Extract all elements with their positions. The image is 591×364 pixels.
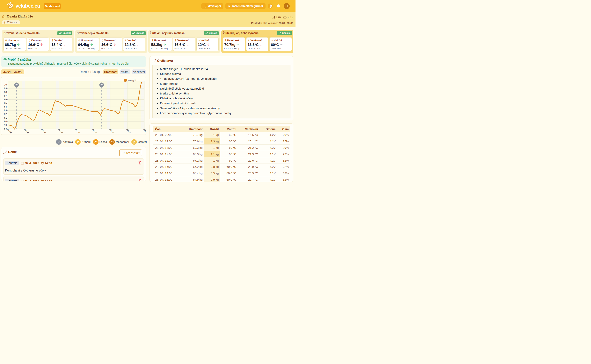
svg-text:59: 59	[4, 124, 7, 127]
svg-text:64: 64	[4, 105, 7, 108]
svg-text:66: 66	[4, 98, 7, 101]
svg-text:26.04: 26.04	[92, 128, 98, 134]
svg-text:69: 69	[4, 87, 7, 90]
svg-text:63: 63	[4, 109, 7, 112]
svg-text:70: 70	[4, 83, 7, 86]
svg-text:23.04: 23.04	[40, 128, 47, 134]
svg-text:60: 60	[4, 120, 7, 123]
svg-text:28.04: 28.04	[126, 128, 132, 134]
svg-text:25.04: 25.04	[74, 128, 81, 134]
svg-text:27.04: 27.04	[109, 128, 115, 134]
svg-text:24.04: 24.04	[57, 128, 63, 134]
svg-text:22.04: 22.04	[23, 128, 29, 134]
svg-text:21.04: 21.04	[7, 128, 13, 134]
svg-text:65: 65	[4, 102, 7, 104]
svg-text:67: 67	[4, 95, 7, 97]
svg-text:61: 61	[4, 117, 7, 119]
svg-text:68: 68	[4, 91, 7, 93]
svg-text:62: 62	[4, 113, 7, 116]
svg-text:weight: weight	[128, 79, 136, 82]
